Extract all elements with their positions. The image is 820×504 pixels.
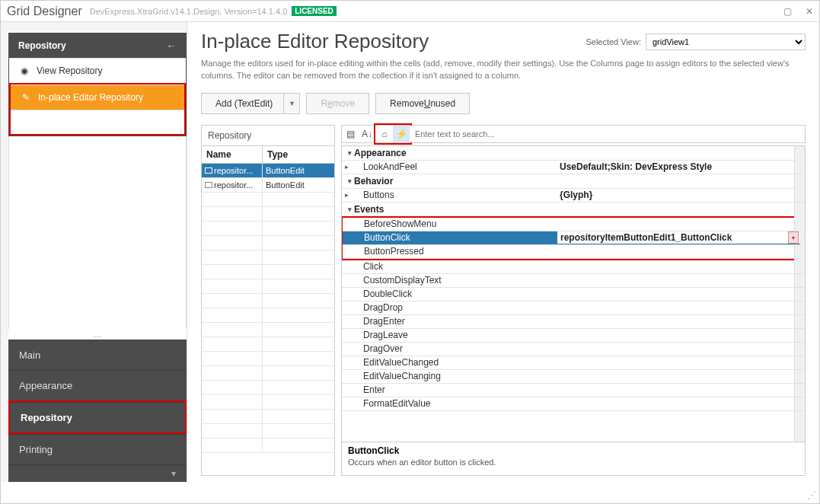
categorized-icon[interactable]: ▤	[342, 126, 359, 142]
bottom-nav: Main Appearance Repository Printing ▾	[8, 340, 187, 482]
window-meta: DevExpress.XtraGrid.v14.1.Design, Versio…	[90, 7, 288, 16]
table-row	[202, 352, 334, 366]
category-behavior[interactable]: ▾Behavior	[342, 174, 805, 189]
sidebar-drag-icon[interactable]: …	[8, 329, 187, 340]
add-dropdown-icon[interactable]: ▼	[283, 93, 300, 114]
repo-header: Repository	[202, 126, 334, 146]
sidebar-header[interactable]: Repository ←	[9, 33, 186, 58]
nav-dropdown-icon[interactable]: ▾	[8, 464, 187, 482]
sidebar-item-label: View Repository	[37, 65, 102, 76]
table-row	[202, 424, 334, 439]
toolbar: Add (TextEdit) ▼ Remove Remove Unused	[201, 93, 806, 114]
nav-appearance[interactable]: Appearance	[8, 370, 187, 400]
table-row	[202, 337, 334, 352]
left-panel: Repository ← ◉ View Repository ✎ In-plac…	[1, 22, 187, 482]
back-arrow-icon[interactable]: ←	[166, 40, 177, 52]
resize-grip-icon[interactable]: ⋰	[807, 490, 816, 500]
table-row	[202, 410, 334, 424]
page-description: Manage the editors used for in-place edi…	[201, 58, 806, 82]
table-row	[202, 265, 334, 279]
table-row	[202, 207, 334, 222]
table-row	[202, 308, 334, 323]
selected-view-dropdown[interactable]: gridView1	[646, 33, 806, 50]
main-panel: In-place Editor Repository Selected View…	[187, 22, 819, 482]
table-row	[202, 193, 334, 207]
close-icon[interactable]: ✕	[806, 6, 813, 17]
prop-row[interactable]: DragOver	[342, 343, 805, 356]
table-row	[202, 323, 334, 337]
category-events[interactable]: ▾Events	[342, 203, 805, 217]
sidebar-item-view-repository[interactable]: ◉ View Repository	[9, 58, 186, 83]
prop-row[interactable]: ButtonClickrepositoryItemButtonEdit1_But…	[343, 231, 800, 245]
table-row	[202, 381, 334, 395]
prop-row[interactable]: BeforeShowMenu	[343, 218, 800, 231]
table-row	[202, 279, 334, 294]
alphabetical-icon[interactable]: A↓	[359, 126, 375, 142]
events-icon[interactable]: ⚡	[393, 126, 410, 142]
table-row	[202, 294, 334, 308]
nav-main[interactable]: Main	[8, 340, 187, 370]
repository-list: Repository Name Type repositor...ButtonE…	[201, 125, 335, 476]
desc-title: ButtonClick	[348, 445, 399, 456]
prop-row[interactable]: DragEnter	[342, 315, 805, 329]
prop-row[interactable]: ▸LookAndFeelUseDefault;Skin: DevExpress …	[342, 161, 805, 174]
table-row	[202, 250, 334, 265]
prop-row[interactable]: CustomDisplayText	[342, 274, 805, 288]
prop-toolbar: ▤ A↓ ⌂ ⚡	[341, 125, 806, 143]
table-row[interactable]: repositor...ButtonEdit	[202, 178, 334, 193]
remove-button[interactable]: Remove	[306, 93, 369, 114]
prop-row[interactable]: Enter	[342, 384, 805, 397]
sidebar-empty-slot	[11, 110, 184, 134]
title-bar: Grid Designer DevExpress.XtraGrid.v14.1.…	[1, 1, 819, 22]
prop-row[interactable]: ButtonPressed	[343, 245, 800, 259]
dropdown-icon[interactable]: ▾	[788, 231, 799, 244]
remove-unused-button[interactable]: Remove Unused	[375, 93, 470, 114]
selected-view-label: Selected View:	[585, 37, 641, 46]
repo-columns: Name Type	[202, 146, 334, 164]
sidebar-item-label: In-place Editor Repository	[38, 92, 143, 103]
table-row	[202, 236, 334, 250]
sidebar-item-inplace-editor[interactable]: ✎ In-place Editor Repository	[11, 85, 184, 110]
sidebar: Repository ← ◉ View Repository ✎ In-plac…	[8, 33, 187, 136]
prop-row[interactable]: DragLeave	[342, 329, 805, 343]
table-row[interactable]: repositor...ButtonEdit	[202, 164, 334, 178]
desc-text: Occurs when an editor button is clicked.	[348, 458, 799, 467]
prop-row[interactable]: EditValueChanged	[342, 356, 805, 370]
table-row	[202, 366, 334, 381]
search-input[interactable]	[410, 126, 805, 142]
prop-row[interactable]: EditValueChanging	[342, 370, 805, 384]
prop-row[interactable]: DoubleClick	[342, 288, 805, 301]
table-row	[202, 395, 334, 410]
prop-row[interactable]: FormatEditValue	[342, 397, 805, 411]
prop-row[interactable]: Click	[342, 260, 805, 274]
nav-printing[interactable]: Printing	[8, 434, 187, 464]
eye-icon: ◉	[18, 65, 30, 77]
edit-icon: ✎	[20, 91, 32, 104]
maximize-icon[interactable]: ▢	[783, 6, 792, 17]
property-grid-panel: ▤ A↓ ⌂ ⚡ ▾Appearance▸LookAndFeelUseDefau…	[341, 125, 806, 476]
prop-row[interactable]: DragDrop	[342, 301, 805, 315]
category-appearance[interactable]: ▾Appearance	[342, 146, 805, 161]
table-row	[202, 439, 334, 453]
property-grid[interactable]: ▾Appearance▸LookAndFeelUseDefault;Skin: …	[341, 145, 806, 442]
repo-col-name[interactable]: Name	[202, 146, 263, 163]
nav-repository[interactable]: Repository	[10, 402, 185, 432]
sidebar-header-label: Repository	[18, 40, 66, 51]
page-title: In-place Editor Repository	[201, 30, 429, 53]
prop-row[interactable]: ▸Buttons{Glyph}	[342, 189, 805, 203]
property-description: ButtonClick Occurs when an editor button…	[341, 442, 806, 476]
license-badge: LICENSED	[292, 6, 337, 16]
window-title: Grid Designer	[7, 5, 82, 18]
properties-icon[interactable]: ⌂	[376, 126, 393, 142]
repo-col-type[interactable]: Type	[263, 146, 334, 163]
add-button[interactable]: Add (TextEdit)	[201, 93, 283, 114]
table-row	[202, 222, 334, 236]
